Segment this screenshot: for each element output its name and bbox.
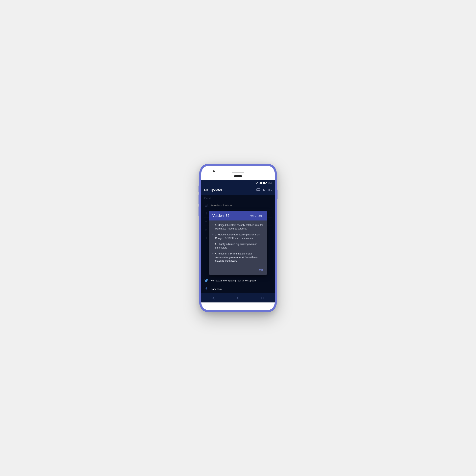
bottom-bezel xyxy=(201,303,275,310)
status-icons: 7:00 xyxy=(255,182,272,184)
top-speaker xyxy=(232,172,244,173)
changelog-text-4: 4. Added in a fix from flar2 to make con… xyxy=(215,252,264,263)
changelog-number-1: 1. xyxy=(215,224,217,226)
content-area: Kernel Auto-flash & reboot xyxy=(201,195,275,293)
status-bar: 7:00 xyxy=(201,180,275,186)
volume-down-button[interactable] xyxy=(199,206,199,216)
key-icon[interactable] xyxy=(268,188,272,192)
bullet-3: • xyxy=(212,242,214,246)
changelog-number-2: 2. xyxy=(215,233,217,236)
earpiece xyxy=(234,175,242,177)
changelog-text-3: 3. Slightly adjusted big cluster governo… xyxy=(215,242,264,250)
bullet-4: • xyxy=(212,252,214,255)
changelog-text-2: 2. Merged additional security patches fr… xyxy=(215,233,264,240)
bullet-1: • xyxy=(212,223,214,227)
volume-silent-button[interactable] xyxy=(199,186,199,192)
svg-rect-1 xyxy=(257,189,260,191)
dialog-actions: OK xyxy=(209,267,267,275)
bottom-nav: ◁ ○ □ xyxy=(201,293,275,303)
social-item-twitter[interactable]: For fast and engaging real-time support xyxy=(204,276,272,285)
changelog-number-4: 4. xyxy=(215,252,217,255)
monitor-icon[interactable] xyxy=(256,188,260,192)
dialog-title: Version r36 xyxy=(212,214,229,218)
phone-inner: 7:00 FK Updater xyxy=(201,166,275,310)
version-dialog: Version r36 Mar 7, 2017 • 1. Merged the … xyxy=(209,211,267,275)
back-button[interactable]: ◁ xyxy=(212,296,215,300)
facebook-label: Facebook xyxy=(211,288,222,290)
changelog-item-3: • 3. Slightly adjusted big cluster gover… xyxy=(212,242,264,250)
dialog-body: • 1. Merged the latest security patches … xyxy=(209,221,267,267)
power-button[interactable] xyxy=(277,189,277,199)
changelog-item-2: • 2. Merged additional security patches … xyxy=(212,233,264,240)
svg-text:$: $ xyxy=(263,188,265,191)
app-title: FK Updater xyxy=(204,188,256,192)
twitter-icon xyxy=(204,278,208,283)
changelog-number-3: 3. xyxy=(215,243,217,246)
home-button[interactable]: ○ xyxy=(237,295,239,301)
changelog-desc-2: Merged additional security patches from … xyxy=(215,233,260,239)
changelog-text-1: 1. Merged the latest security patches fr… xyxy=(215,223,264,230)
changelog-desc-3: Slightly adjusted big cluster governor p… xyxy=(215,243,257,249)
changelog-item-4: • 4. Added in a fix from flar2 to make c… xyxy=(212,252,264,263)
dollar-icon[interactable]: $ xyxy=(263,188,266,192)
camera xyxy=(213,170,215,172)
dialog-date: Mar 7, 2017 xyxy=(250,214,264,217)
bullet-2: • xyxy=(212,233,214,236)
battery-icon xyxy=(263,182,266,184)
twitter-subtext: For fast and engaging real-time support xyxy=(211,279,256,282)
changelog-desc-4: Added in a fix from flar2 to make conser… xyxy=(215,252,258,262)
app-bar: FK Updater $ xyxy=(201,186,275,195)
changelog-desc-1: Merged the latest security patches from … xyxy=(215,224,263,230)
signal-icon xyxy=(259,182,262,184)
phone-device: 7:00 FK Updater xyxy=(199,164,277,312)
changelog-item-1: • 1. Merged the latest security patches … xyxy=(212,223,264,230)
status-time: 7:00 xyxy=(268,182,272,184)
svg-point-5 xyxy=(269,189,270,191)
facebook-icon: f xyxy=(204,287,208,291)
top-bezel xyxy=(201,166,275,180)
wifi-icon xyxy=(255,182,258,184)
svg-point-0 xyxy=(256,184,257,184)
recents-button[interactable]: □ xyxy=(262,296,264,300)
volume-up-button[interactable] xyxy=(199,194,199,204)
social-item-facebook[interactable]: f Facebook xyxy=(204,285,272,293)
ok-button[interactable]: OK xyxy=(257,267,265,273)
dialog-header: Version r36 Mar 7, 2017 xyxy=(209,211,267,221)
screen: 7:00 FK Updater xyxy=(201,180,275,303)
app-bar-icons: $ xyxy=(256,188,272,192)
social-section: For fast and engaging real-time support … xyxy=(201,276,275,293)
